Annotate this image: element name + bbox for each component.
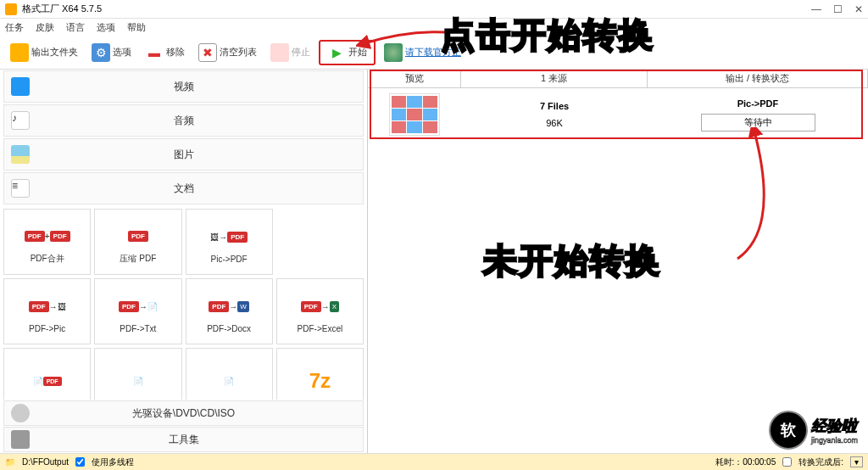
category-toolbox[interactable]: 工具集 bbox=[3, 427, 364, 452]
output-folder-button[interactable]: 输出文件夹 bbox=[5, 40, 83, 65]
menu-language[interactable]: 语言 bbox=[66, 21, 85, 34]
window-title: 格式工厂 X64 5.7.5 bbox=[22, 3, 102, 15]
conversion-target: Pic->PDF bbox=[737, 98, 779, 109]
tile-partial-2[interactable]: 📄 bbox=[94, 348, 181, 400]
file-size: 96K bbox=[546, 118, 563, 128]
remove-button[interactable]: ▬移除 bbox=[140, 40, 190, 65]
title-bar: 格式工厂 X64 5.7.5 — ☐ ✕ bbox=[0, 0, 868, 19]
tile-pic-to-pdf[interactable]: 🖼→PDFPic->PDF bbox=[186, 209, 273, 275]
tile-partial-1[interactable]: 📄PDF bbox=[3, 348, 91, 400]
options-button[interactable]: ⚙选项 bbox=[86, 40, 136, 65]
col-preview[interactable]: 预览 bbox=[368, 70, 461, 87]
folder-small-icon: 📁 bbox=[5, 457, 15, 467]
task-header: 预览 1 来源 输出 / 转换状态 bbox=[368, 70, 868, 88]
tile-pdf-to-pic[interactable]: PDF→🖼PDF->Pic bbox=[3, 278, 91, 344]
status-bar: 📁 D:\FFOutput 使用多线程 耗时:：00:00:05 转换完成后: … bbox=[0, 453, 868, 470]
category-optical[interactable]: 光驱设备\DVD\CD\ISO bbox=[3, 400, 364, 426]
globe-icon bbox=[384, 43, 403, 62]
file-count: 7 Files bbox=[540, 101, 569, 111]
multithread-checkbox[interactable] bbox=[75, 457, 85, 467]
disc-icon bbox=[11, 404, 30, 422]
col-output[interactable]: 输出 / 转换状态 bbox=[648, 70, 868, 87]
conversion-grid: PDF+PDFPDF合并 PDF压缩 PDF 🖼→PDFPic->PDF PDF… bbox=[0, 205, 367, 400]
clear-list-button[interactable]: ✖清空列表 bbox=[193, 40, 262, 65]
multithread-label: 使用多线程 bbox=[92, 456, 134, 468]
tile-pdf-to-txt[interactable]: PDF→📄PDF->Txt bbox=[94, 278, 181, 344]
left-panel: 视频 ♪音频 图片 ≡文档 PDF+PDFPDF合并 PDF压缩 PDF 🖼→P… bbox=[0, 70, 368, 453]
gear-icon: ⚙ bbox=[92, 43, 110, 62]
category-video[interactable]: 视频 bbox=[3, 70, 364, 103]
tile-pdf-to-excel[interactable]: PDF→XPDF->Excel bbox=[276, 278, 364, 344]
stop-button[interactable]: 停止 bbox=[265, 40, 315, 65]
menu-options[interactable]: 选项 bbox=[97, 21, 115, 34]
tile-partial-3[interactable]: 📄 bbox=[186, 348, 273, 400]
audio-icon: ♪ bbox=[11, 111, 30, 130]
task-panel: 预览 1 来源 输出 / 转换状态 7 Files 96K Pic->PDF 等… bbox=[368, 70, 868, 453]
tile-pdf-to-docx[interactable]: PDF→WPDF->Docx bbox=[186, 278, 273, 344]
conversion-status: 等待中 bbox=[701, 114, 815, 131]
after-done-checkbox[interactable] bbox=[782, 457, 792, 467]
document-icon: ≡ bbox=[11, 179, 30, 198]
start-button[interactable]: ▶开始 bbox=[319, 40, 376, 65]
col-source[interactable]: 1 来源 bbox=[461, 70, 648, 87]
watermark-badge: 软 bbox=[769, 411, 808, 450]
menu-skin[interactable]: 皮肤 bbox=[36, 21, 54, 34]
maximize-button[interactable]: ☐ bbox=[833, 3, 843, 15]
tile-partial-4[interactable]: 7z bbox=[276, 348, 364, 400]
watermark-url: jingyanla.com bbox=[811, 436, 858, 445]
category-image[interactable]: 图片 bbox=[3, 138, 364, 171]
elapsed-time: 耗时:：00:00:05 bbox=[715, 456, 776, 468]
close-button[interactable]: ✕ bbox=[854, 3, 863, 15]
thumbnail bbox=[389, 93, 440, 136]
image-icon bbox=[11, 145, 30, 164]
menu-tasks[interactable]: 任务 bbox=[5, 21, 24, 34]
category-document[interactable]: ≡文档 bbox=[3, 172, 364, 204]
video-icon bbox=[11, 77, 30, 96]
toolbox-icon bbox=[11, 430, 30, 449]
watermark: 软 经验啦 jingyanla.com bbox=[769, 411, 858, 450]
minimize-button[interactable]: — bbox=[811, 3, 821, 15]
watermark-text: 经验啦 bbox=[811, 416, 858, 436]
menu-help[interactable]: 帮助 bbox=[127, 21, 146, 34]
stop-icon bbox=[270, 43, 289, 62]
output-path[interactable]: D:\FFOutput bbox=[22, 457, 69, 467]
clear-icon: ✖ bbox=[198, 43, 217, 62]
dropdown-icon[interactable]: ▾ bbox=[850, 456, 863, 467]
menu-bar: 任务 皮肤 语言 选项 帮助 bbox=[0, 19, 868, 36]
app-icon bbox=[5, 3, 17, 15]
folder-icon bbox=[10, 43, 29, 62]
task-row[interactable]: 7 Files 96K Pic->PDF 等待中 bbox=[368, 88, 868, 141]
official-link[interactable]: 请下载官方正 bbox=[379, 40, 466, 65]
after-done-label: 转换完成后: bbox=[798, 456, 843, 468]
remove-icon: ▬ bbox=[145, 43, 164, 62]
category-audio[interactable]: ♪音频 bbox=[3, 104, 364, 137]
toolbar: 输出文件夹 ⚙选项 ▬移除 ✖清空列表 停止 ▶开始 请下载官方正 bbox=[0, 36, 868, 70]
tile-pdf-merge[interactable]: PDF+PDFPDF合并 bbox=[3, 209, 91, 275]
tile-compress-pdf[interactable]: PDF压缩 PDF bbox=[94, 209, 181, 275]
play-icon: ▶ bbox=[327, 43, 346, 62]
window-controls: — ☐ ✕ bbox=[811, 3, 863, 15]
